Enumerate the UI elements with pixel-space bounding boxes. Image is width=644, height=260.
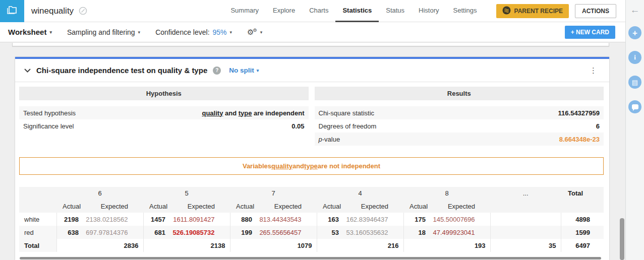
vertical-scrollbar-thumb[interactable]: [620, 218, 624, 260]
horizontal-scrollbar-thumb[interactable]: [20, 257, 601, 259]
worksheet-menu-label: Worksheet: [8, 28, 46, 36]
actual-header: Actual: [403, 200, 432, 213]
back-arrow-icon[interactable]: ←: [630, 5, 640, 15]
stats-sections: Hypothesis Tested hypothesisquality and …: [19, 87, 604, 146]
text-part: are not independent: [318, 162, 380, 170]
new-card-button[interactable]: + NEW CARD: [565, 26, 615, 39]
collapse-chevron-icon[interactable]: [24, 67, 31, 74]
column-total-value: 2836: [56, 239, 143, 252]
navigate-icon[interactable]: [79, 7, 87, 15]
actions-button[interactable]: ACTIONS: [575, 4, 616, 18]
info-icon: i: [634, 53, 636, 61]
add-card-rail-button[interactable]: +: [628, 26, 641, 39]
results-section: Results Chi-square statistic116.54327959…: [315, 87, 604, 146]
expected-header: Expected: [345, 200, 403, 213]
group-header: 7: [230, 187, 317, 200]
text-part: Significance level: [23, 122, 74, 130]
list-icon: ▤: [632, 79, 638, 86]
hypothesis-rows: Tested hypothesisquality and type are in…: [19, 106, 309, 133]
chi-square-card: Chi-square independence test on quality …: [15, 57, 609, 260]
stat-value: 116.54327959: [558, 109, 600, 117]
expected-value: 47.499923041: [432, 226, 490, 239]
worksheet-settings-menu[interactable]: ⚙⚙ ▾: [247, 28, 262, 36]
expected-header: Expected: [85, 200, 143, 213]
parent-recipe-icon: [502, 6, 511, 16]
expected-value: 526.19085732: [171, 226, 230, 239]
split-selector[interactable]: No split ▾: [229, 67, 259, 74]
total-row-label: Total: [19, 239, 56, 252]
confidence-level-menu[interactable]: Confidence level: 95% ▾: [155, 28, 232, 36]
stat-value: quality and type are independent: [202, 109, 304, 117]
info-rail-button[interactable]: i: [628, 51, 641, 64]
group-header: 4: [317, 187, 403, 200]
caret-down-icon: ▾: [138, 30, 141, 35]
table-row-white: white21982138.021856214571611.8091427880…: [19, 213, 604, 226]
expected-value: 813.44343543: [258, 213, 317, 226]
text-part: Variables: [243, 162, 271, 170]
actions-label: ACTIONS: [582, 8, 609, 15]
group-header: 6: [56, 187, 143, 200]
text-part: and: [223, 109, 238, 117]
stat-label: Tested hypothesis: [23, 109, 76, 117]
page-title: winequality: [31, 6, 74, 16]
expected-header: Expected: [258, 200, 317, 213]
sampling-filtering-menu[interactable]: Sampling and filtering ▾: [67, 28, 140, 36]
text-part: -value: [322, 136, 340, 143]
results-section-title: Results: [315, 87, 604, 100]
comments-rail-button[interactable]: [628, 100, 641, 113]
stat-row: p-value8.664348e-23: [315, 133, 604, 146]
column-total-value: 216: [317, 239, 403, 252]
text-part: 116.54327959: [558, 109, 600, 117]
stat-value: 8.664348e-23: [559, 136, 600, 143]
hypothesis-section: Hypothesis Tested hypothesisquality and …: [19, 87, 309, 146]
tab-charts[interactable]: Charts: [302, 0, 335, 22]
expected-value: 1611.8091427: [171, 213, 230, 226]
corner-cell: [19, 187, 56, 200]
contingency-table: 65748...TotalActualExpectedActualExpecte…: [19, 187, 604, 252]
results-rows: Chi-square statistic116.54327959Degrees …: [315, 106, 604, 146]
menu-ellipsis-icon[interactable]: ⋮: [587, 65, 600, 76]
help-icon[interactable]: ?: [213, 67, 221, 75]
parent-recipe-button[interactable]: PARENT RECIPE: [496, 4, 569, 18]
tab-status[interactable]: Status: [379, 0, 412, 22]
stat-label: Chi-square statistic: [319, 109, 375, 117]
dots-value: [490, 213, 561, 226]
text-part: 0.05: [291, 122, 304, 130]
card-header: Chi-square independence test on quality …: [15, 59, 609, 82]
column-total-value: 1079: [230, 239, 317, 252]
caret-down-icon: ▾: [257, 68, 259, 73]
tab-summary[interactable]: Summary: [223, 0, 266, 22]
text-part: are independent: [252, 109, 304, 117]
text-part: type: [239, 109, 252, 117]
expected-value: 697.97814376: [85, 226, 143, 239]
worksheets-rail-button[interactable]: ▤: [628, 76, 641, 89]
sampling-label: Sampling and filtering: [67, 28, 135, 36]
previous-card-edge: [12, 43, 609, 46]
tab-history[interactable]: History: [412, 0, 446, 22]
tab-statistics[interactable]: Statistics: [335, 0, 379, 22]
tab-explore[interactable]: Explore: [266, 0, 302, 22]
top-header: winequality SummaryExploreChartsStatisti…: [0, 0, 625, 22]
worksheet-menu[interactable]: Worksheet ▾: [8, 28, 52, 36]
dots-value: [490, 226, 561, 239]
worksheet-content: Chi-square independence test on quality …: [0, 43, 625, 260]
stat-row: Significance level0.05: [19, 119, 309, 133]
parent-recipe-label: PARENT RECIPE: [514, 8, 563, 15]
actual-value: 199: [230, 226, 258, 239]
worksheet-toolbar: Worksheet ▾ Sampling and filtering ▾ Con…: [0, 22, 625, 42]
text-part: 8.664348e-23: [559, 136, 600, 143]
text-part: quality: [271, 162, 292, 170]
stat-value: 6: [596, 122, 600, 130]
caret-down-icon: ▾: [260, 30, 263, 35]
tab-settings[interactable]: Settings: [446, 0, 484, 22]
expected-header: Expected: [171, 200, 230, 213]
caret-down-icon: ▾: [230, 30, 232, 35]
dots-total-value: 35: [490, 239, 561, 252]
table-row-red: red638697.97814376681526.19085732199265.…: [19, 226, 604, 239]
right-rail: ← + i ▤: [625, 0, 644, 260]
actual-header: Actual: [317, 200, 345, 213]
dataset-folder-icon: [6, 4, 19, 18]
actual-value: 1457: [143, 213, 171, 226]
actual-value: 53: [317, 226, 345, 239]
dataset-type-tile[interactable]: [0, 0, 24, 22]
